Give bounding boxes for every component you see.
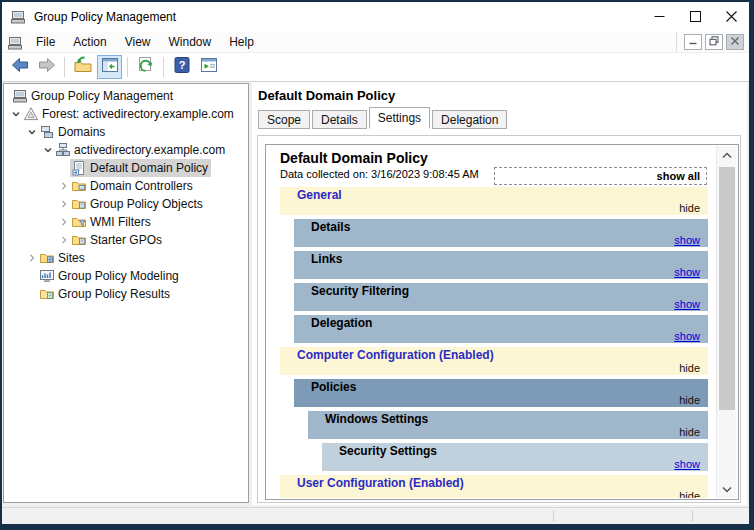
gpo-link-icon bbox=[71, 160, 87, 176]
tree-item-cell[interactable]: Starter GPOs bbox=[70, 231, 165, 249]
section-title[interactable]: Details bbox=[294, 219, 708, 234]
maximize-button[interactable] bbox=[677, 2, 713, 32]
general-hide-link[interactable]: hide bbox=[679, 202, 700, 214]
child-minimize-button[interactable] bbox=[684, 34, 702, 50]
tree-expander-blank bbox=[26, 288, 38, 300]
tree-item-forest-activedirectory-example-com[interactable]: Forest: activedirectory.example.com bbox=[4, 105, 248, 123]
security-filtering-show-link[interactable]: show bbox=[674, 298, 700, 310]
user-configuration-enabled-hide-link[interactable]: hide bbox=[679, 490, 700, 498]
title-bar: Group Policy Management bbox=[2, 2, 749, 32]
chevron-down-icon[interactable] bbox=[42, 144, 54, 156]
minimize-button[interactable] bbox=[641, 2, 677, 32]
tree-item-cell[interactable]: activedirectory.example.com bbox=[54, 141, 228, 159]
menu-file[interactable]: File bbox=[27, 33, 64, 51]
help-icon: ? bbox=[172, 55, 192, 79]
links-show-link[interactable]: show bbox=[674, 266, 700, 278]
tree-item-group-policy-objects[interactable]: Group Policy Objects bbox=[4, 195, 248, 213]
chevron-right-icon[interactable] bbox=[58, 198, 70, 210]
tree-item-label: Domains bbox=[58, 125, 105, 139]
close-button[interactable] bbox=[713, 2, 749, 32]
chevron-right-icon[interactable] bbox=[58, 216, 70, 228]
help-button[interactable]: ? bbox=[169, 55, 194, 79]
policies-hide-link[interactable]: hide bbox=[679, 394, 700, 406]
scroll-up-icon[interactable] bbox=[717, 146, 737, 164]
menu-window[interactable]: Window bbox=[160, 33, 221, 51]
section-title[interactable]: Delegation bbox=[294, 315, 708, 330]
back-button[interactable] bbox=[7, 55, 32, 79]
refresh-button[interactable] bbox=[133, 55, 158, 79]
section-title[interactable]: Security Filtering bbox=[294, 283, 708, 298]
tab-settings[interactable]: Settings bbox=[369, 107, 430, 129]
tab-scope[interactable]: Scope bbox=[258, 110, 310, 129]
child-close-button[interactable] bbox=[726, 34, 744, 50]
up-one-level-button[interactable] bbox=[70, 55, 95, 79]
tree-item-domain-controllers[interactable]: Domain Controllers bbox=[4, 177, 248, 195]
chevron-right-icon[interactable] bbox=[26, 252, 38, 264]
tree-item-cell[interactable]: Sites bbox=[38, 249, 88, 267]
folder-wmi-icon bbox=[71, 214, 87, 230]
tree-item-cell[interactable]: Group Policy Modeling bbox=[38, 267, 182, 285]
scrollbar-thumb[interactable] bbox=[719, 167, 735, 410]
tree-item-cell[interactable]: Forest: activedirectory.example.com bbox=[22, 105, 237, 123]
menu-help[interactable]: Help bbox=[220, 33, 263, 51]
computer-configuration-enabled-hide-link[interactable]: hide bbox=[679, 362, 700, 374]
tree-item-sites[interactable]: Sites bbox=[4, 249, 248, 267]
console-tree-toggle-button[interactable] bbox=[97, 55, 122, 79]
security-settings-show-link[interactable]: show bbox=[674, 458, 700, 470]
section-action: show bbox=[294, 330, 708, 343]
section-title[interactable]: General bbox=[280, 187, 708, 202]
section-title[interactable]: User Configuration (Enabled) bbox=[280, 475, 708, 490]
tree-item-label: Group Policy Modeling bbox=[58, 269, 179, 283]
section-title[interactable]: Policies bbox=[294, 379, 708, 394]
tree-item-activedirectory-example-com[interactable]: activedirectory.example.com bbox=[4, 141, 248, 159]
tree-item-cell[interactable]: Group Policy Management bbox=[11, 87, 176, 105]
details-show-link[interactable]: show bbox=[674, 234, 700, 246]
tree-item-starter-gpos[interactable]: Starter GPOs bbox=[4, 231, 248, 249]
show-all-button[interactable]: show all bbox=[494, 167, 707, 185]
section-title[interactable]: Security Settings bbox=[322, 443, 708, 458]
delegation-show-link[interactable]: show bbox=[674, 330, 700, 342]
restore-icon bbox=[709, 35, 719, 49]
tree-item-cell[interactable]: WMI Filters bbox=[70, 213, 154, 231]
section-action: show bbox=[294, 266, 708, 279]
windows-settings-hide-link[interactable]: hide bbox=[679, 426, 700, 438]
section-delegation: Delegationshow bbox=[294, 315, 708, 343]
chevron-down-icon[interactable] bbox=[26, 126, 38, 138]
refresh-icon bbox=[136, 55, 156, 79]
tree-item-label: Domain Controllers bbox=[90, 179, 193, 193]
action-pane-toggle-button[interactable] bbox=[196, 55, 221, 79]
tree-item-cell[interactable]: Domain Controllers bbox=[70, 177, 196, 195]
settings-tab-page: Default Domain Policy Data collected on:… bbox=[257, 135, 741, 503]
minimize-icon bbox=[654, 8, 665, 26]
section-title[interactable]: Windows Settings bbox=[308, 411, 708, 426]
forward-button[interactable] bbox=[34, 55, 59, 79]
tree-item-cell[interactable]: Domains bbox=[38, 123, 108, 141]
scroll-down-icon[interactable] bbox=[717, 480, 737, 498]
tab-details[interactable]: Details bbox=[312, 110, 367, 129]
tree-item-cell[interactable]: Group Policy Objects bbox=[70, 195, 206, 213]
tree-item-group-policy-modeling[interactable]: Group Policy Modeling bbox=[4, 267, 248, 285]
section-title[interactable]: Computer Configuration (Enabled) bbox=[280, 347, 708, 362]
menu-action[interactable]: Action bbox=[64, 33, 115, 51]
tree-item-group-policy-results[interactable]: Group Policy Results bbox=[4, 285, 248, 303]
chevron-right-icon[interactable] bbox=[58, 180, 70, 192]
toolbar-separator bbox=[163, 57, 164, 77]
menu-view[interactable]: View bbox=[116, 33, 160, 51]
tree-item-default-domain-policy[interactable]: Default Domain Policy bbox=[4, 159, 248, 177]
console-tree-pane: Group Policy ManagementForest: activedir… bbox=[3, 83, 249, 503]
tree-item-wmi-filters[interactable]: WMI Filters bbox=[4, 213, 248, 231]
report-scrollbar[interactable] bbox=[716, 146, 737, 498]
tree-selected-item[interactable]: Default Domain Policy bbox=[70, 159, 211, 177]
tree-item-domains[interactable]: Domains bbox=[4, 123, 248, 141]
tab-strip: ScopeDetailsSettingsDelegation bbox=[258, 107, 509, 129]
section-security-filtering: Security Filteringshow bbox=[294, 283, 708, 311]
chevron-down-icon[interactable] bbox=[10, 108, 22, 120]
status-bar-divider bbox=[553, 510, 554, 522]
tree-item-group-policy-management[interactable]: Group Policy Management bbox=[4, 87, 248, 105]
child-restore-button[interactable] bbox=[705, 34, 723, 50]
tab-delegation[interactable]: Delegation bbox=[432, 110, 507, 129]
section-action: hide bbox=[280, 362, 708, 375]
section-title[interactable]: Links bbox=[294, 251, 708, 266]
tree-item-cell[interactable]: Group Policy Results bbox=[38, 285, 173, 303]
chevron-right-icon[interactable] bbox=[58, 234, 70, 246]
